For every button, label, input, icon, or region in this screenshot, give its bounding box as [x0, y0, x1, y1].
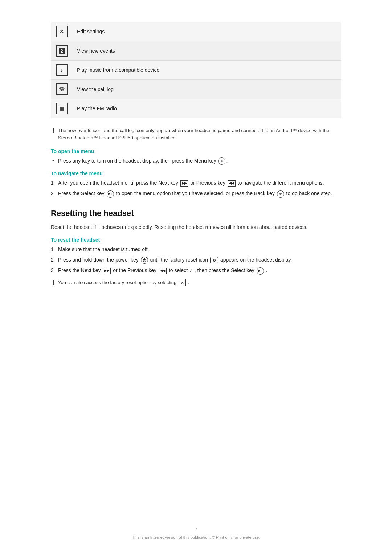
- reset-step-1: Make sure that the headset is turned off…: [51, 246, 341, 253]
- prev-key2-icon: ◀◀: [159, 268, 167, 274]
- navigate-step-2: Press the Select key ▶II to open the men…: [51, 190, 341, 197]
- page-content: ✕Edit settings2View new events♪Play musi…: [0, 0, 392, 323]
- note-exclamation-icon: !: [52, 127, 54, 135]
- page-number: 7: [0, 527, 392, 532]
- next-key2-icon: ▶▶: [103, 268, 111, 274]
- reset-step-2: Press and hold down the power key ⏻ unti…: [51, 256, 341, 264]
- table-cell-description: View new events: [73, 41, 341, 61]
- note-1-text: The new events icon and the call log ico…: [58, 127, 340, 141]
- table-cell-description: View the call log: [73, 80, 341, 99]
- note-2-text: You can also access the factory reset op…: [58, 279, 189, 287]
- play-music-icon: ♪: [51, 61, 73, 80]
- table-row: ▦Play the FM radio: [51, 99, 341, 118]
- factory-reset-icon: ⚙: [210, 257, 218, 263]
- navigate-menu-section: To navigate the menu After you open the …: [51, 171, 341, 197]
- note-2: ! You can also access the factory reset …: [51, 279, 341, 287]
- call-log-icon: ☏: [51, 80, 73, 99]
- menu-key-icon: ⊕: [218, 157, 225, 165]
- table-row: 2View new events: [51, 41, 341, 61]
- resetting-section: Resetting the headset Reset the headset …: [51, 209, 341, 287]
- navigate-menu-list: After you open the headset menu, press t…: [51, 179, 341, 197]
- reset-steps-list: Make sure that the headset is turned off…: [51, 246, 341, 275]
- open-menu-heading: To open the menu: [51, 148, 341, 154]
- navigate-menu-heading: To navigate the menu: [51, 171, 341, 176]
- open-menu-step: Press any key to turn on the headset dis…: [51, 157, 341, 165]
- table-cell-description: Play the FM radio: [73, 99, 341, 118]
- resetting-title: Resetting the headset: [51, 209, 341, 218]
- view-events-icon: 2: [51, 41, 73, 61]
- resetting-description: Reset the headset if it behaves unexpect…: [51, 223, 341, 231]
- table-row: ✕Edit settings: [51, 22, 341, 41]
- select-key2-icon: ▶II: [257, 267, 264, 275]
- select-key-icon: ▶II: [107, 190, 114, 198]
- fm-radio-icon: ▦: [51, 99, 73, 118]
- open-menu-list: Press any key to turn on the headset dis…: [51, 157, 341, 165]
- note-1: ! The new events icon and the call log i…: [51, 127, 341, 141]
- table-row: ♪Play music from a compatible device: [51, 61, 341, 80]
- reset-headset-heading: To reset the headset: [51, 237, 341, 243]
- navigate-step-1: After you open the headset menu, press t…: [51, 179, 341, 187]
- open-menu-section: To open the menu Press any key to turn o…: [51, 148, 341, 165]
- reset-step-3: Press the Next key ▶▶ or the Previous ke…: [51, 267, 341, 274]
- edit-settings-icon: ✕: [51, 22, 73, 41]
- power-key-icon: ⏻: [141, 257, 148, 264]
- icon-table: ✕Edit settings2View new events♪Play musi…: [51, 22, 341, 118]
- page-footer: 7 This is an Internet version of this pu…: [0, 527, 392, 539]
- factory-reset-select-icon: ✕: [179, 279, 186, 286]
- table-row: ☏View the call log: [51, 80, 341, 99]
- table-cell-description: Play music from a compatible device: [73, 61, 341, 80]
- back-key-icon: ⊕: [277, 190, 284, 198]
- next-key-icon: ▶▶: [180, 180, 188, 187]
- footer-note: This is an Internet version of this publ…: [0, 535, 392, 539]
- prev-key-icon: ◀◀: [228, 180, 236, 187]
- note2-exclamation-icon: !: [52, 279, 54, 287]
- table-cell-description: Edit settings: [73, 22, 341, 41]
